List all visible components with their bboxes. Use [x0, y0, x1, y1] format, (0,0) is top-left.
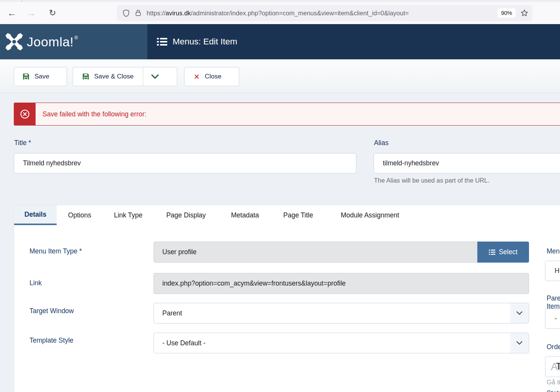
ordering-label: Ordering — [547, 343, 560, 351]
menu-list-icon — [157, 38, 167, 46]
save-close-button[interactable]: Save & Close — [73, 67, 143, 86]
template-style-value: - Use Default - — [162, 339, 206, 347]
ordering-select[interactable]: AK T — [545, 356, 560, 377]
tab-bar: Details Options Link Type Page Display M… — [14, 205, 415, 225]
tab-page-display[interactable]: Page Display — [154, 205, 218, 225]
target-window-select[interactable]: Parent — [153, 303, 529, 323]
zoom-level-badge[interactable]: 90% — [498, 8, 516, 18]
error-badge — [14, 103, 36, 126]
chevron-down-icon — [510, 303, 529, 323]
tab-page-title[interactable]: Page Title — [272, 205, 325, 225]
title-label: Title * — [14, 139, 31, 147]
close-label: Close — [205, 73, 221, 80]
joomla-logo-icon — [5, 33, 23, 51]
close-x-icon: ✕ — [194, 72, 200, 81]
save-button[interactable]: Save — [14, 67, 67, 86]
parent-item-label: Parent Item — [547, 294, 560, 310]
screen: ← → ↻ https://avirus.dk/administrator/in… — [0, 0, 560, 392]
link-label: Link — [29, 279, 42, 287]
tab-module-assignment[interactable]: Module Assignment — [325, 205, 415, 225]
save-close-label: Save & Close — [94, 73, 134, 80]
save-options-dropdown-toggle[interactable] — [143, 67, 167, 86]
error-message: Save failed with the following error: — [36, 103, 146, 125]
tab-metadata[interactable]: Metadata — [218, 205, 272, 225]
url-bar[interactable]: https://avirus.dk/administrator/index.ph… — [117, 5, 532, 21]
save-floppy-icon — [82, 73, 89, 80]
forward-button[interactable]: → — [27, 7, 36, 19]
url-domain: avirus.dk — [166, 10, 191, 16]
page-title: Menus: Edit Item — [173, 37, 237, 47]
select-button-label: Select — [499, 248, 518, 256]
url-prefix: https:// — [147, 10, 166, 16]
select-menu-item-type-button[interactable]: Select — [477, 242, 529, 263]
url-text[interactable]: https://avirus.dk/administrator/index.ph… — [147, 10, 498, 17]
template-style-select[interactable]: - Use Default - — [153, 333, 529, 353]
ordering-value: T — [556, 361, 560, 372]
edit-item-card: Details Options Link Type Page Display M… — [14, 205, 560, 392]
close-button[interactable]: ✕ Close — [184, 67, 239, 86]
url-path: /administrator/index.php?option=com_menu… — [191, 10, 409, 16]
ordering-help-text: Gå til — [547, 379, 560, 386]
target-window-label: Target Window — [29, 307, 74, 315]
browser-chrome: ← → ↻ https://avirus.dk/administrator/in… — [0, 2, 560, 24]
alias-help-text: The Alias will be used as part of the UR… — [374, 177, 490, 184]
template-style-label: Template Style — [29, 336, 73, 345]
menu-item-type-label: Menu Item Type * — [29, 247, 82, 255]
save-label: Save — [34, 73, 49, 80]
tab-options[interactable]: Options — [57, 205, 103, 225]
tab-details[interactable]: Details — [14, 205, 57, 225]
menu-item-type-value: User profile — [153, 242, 478, 263]
bookmark-star-icon[interactable] — [520, 9, 529, 17]
back-button[interactable]: ← — [7, 7, 16, 19]
error-alert: Save failed with the following error: — [14, 103, 560, 126]
error-circle-x-icon — [19, 108, 31, 120]
lock-icon[interactable] — [134, 9, 142, 17]
alias-label: Alias — [374, 139, 389, 147]
title-input[interactable]: Tilmeld nyhedsbrev — [14, 153, 356, 173]
save-floppy-icon — [23, 73, 29, 80]
page-title-bar: Menus: Edit Item — [147, 24, 560, 59]
chevron-down-icon — [151, 74, 159, 79]
reload-button[interactable]: ↻ — [49, 7, 56, 19]
joomla-brand[interactable]: Joomla!® — [0, 24, 147, 59]
menu-label: Menu — [547, 247, 560, 255]
tab-link-type[interactable]: Link Type — [103, 205, 154, 225]
chevron-down-icon — [510, 333, 529, 353]
status-label: Status — [547, 389, 560, 392]
shield-icon[interactable] — [122, 9, 130, 17]
parent-item-select[interactable]: - — [545, 309, 560, 329]
brand-wordmark: Joomla!® — [27, 34, 77, 49]
save-close-button-group[interactable]: Save & Close — [73, 67, 177, 86]
select-list-icon — [489, 250, 495, 255]
target-window-value: Parent — [162, 309, 182, 317]
menu-select[interactable]: H — [545, 261, 560, 281]
alias-input[interactable]: tilmeld-nyhedsbrev — [374, 153, 560, 173]
admin-header: Joomla!® Menus: Edit Item — [0, 24, 560, 59]
link-value: index.php?option=com_acym&view=frontuser… — [153, 273, 529, 294]
action-toolbar: Save Save & Close — [0, 59, 560, 93]
registered-mark: ® — [75, 35, 78, 41]
